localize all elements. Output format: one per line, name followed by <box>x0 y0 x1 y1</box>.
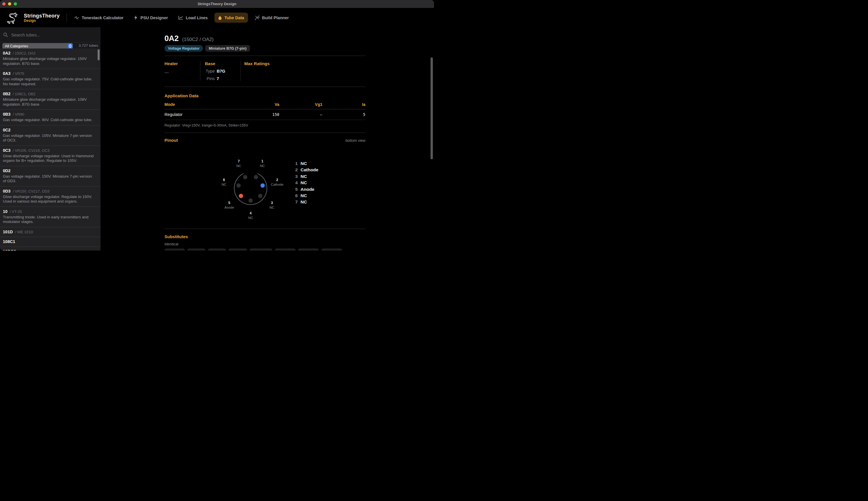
search-icon <box>3 32 8 37</box>
pinout-diagram: 1 NC2 Cathode3 NC4 NC5 Anode6 NC7 NC 1 N… <box>165 142 366 226</box>
tube-list-item-0B2[interactable]: 0B2/ 108C1, OB2Miniature glow discharge … <box>0 89 100 110</box>
substitute-chip-CV8161[interactable]: CV8161 <box>321 248 342 250</box>
tube-item-alias: / VR90 <box>13 112 24 117</box>
nav-item-build-planner[interactable]: Build Planner <box>251 13 293 23</box>
tube-list-item-101D[interactable]: 101D/ WE 101D <box>0 227 100 237</box>
pin-1-label: 1 NC <box>252 159 272 168</box>
circuit-s-logo-icon <box>7 12 18 24</box>
nav-item-psu-designer[interactable]: PSU Designer <box>130 13 172 23</box>
tools-icon <box>255 15 260 20</box>
pin-6-label: 6 NC <box>214 178 234 186</box>
tube-list: 0A2/ 150C2, OA2Miniature glow discharge … <box>0 49 100 250</box>
tube-list-item-10BQ5[interactable]: 10BQ5Power pentode. 10V heater version o… <box>0 247 100 251</box>
app-column-header-va: Va <box>236 102 279 107</box>
substitute-chip-CV2903[interactable]: CV2903 <box>298 248 319 250</box>
app-cell: 150 <box>236 112 279 117</box>
tube-badges: Voltage RegulatorMiniature B7G (7-pin) <box>165 45 366 52</box>
pin-name: NC <box>241 216 261 220</box>
legend-pin-number: 2 <box>294 167 298 173</box>
legend-pin-number: 3 <box>294 173 298 180</box>
pinout-view-label: bottom view <box>346 138 366 142</box>
app-cell: — <box>279 112 322 117</box>
minimize-window-button[interactable] <box>8 2 11 6</box>
spec-value: 7 <box>217 76 219 81</box>
pin-6-dot <box>236 183 241 188</box>
substitute-chip-150C1[interactable]: 150C1 <box>187 248 205 250</box>
sidebar-scrollbar-thumb[interactable] <box>98 49 99 60</box>
nav-item-label: Tube Data <box>224 15 244 20</box>
tube-item-description: Gas voltage regulator. 90V. Cold-cathode… <box>3 118 94 122</box>
nav-item-tonestack-calculator[interactable]: Tonestack Calculator <box>70 13 127 23</box>
pin-number: 6 <box>214 178 234 182</box>
tube-item-name: 0D2 <box>3 169 11 173</box>
pin-legend-row-3: 3 NC <box>294 173 318 180</box>
zoom-window-button[interactable] <box>14 2 17 6</box>
tube-list-item-0C2[interactable]: 0C2Gas voltage regulator. 105V. Miniatur… <box>0 125 100 146</box>
close-window-button[interactable] <box>2 2 6 6</box>
tube-list-item-108C1[interactable]: 108C1 <box>0 237 100 247</box>
app-column-header-ia: Ia <box>322 102 366 107</box>
pinout-heading: Pinout <box>165 138 178 142</box>
legend-pin-number: 1 <box>294 160 298 167</box>
app-brand[interactable]: StringsTheory Design <box>7 12 60 24</box>
pin-5-dot <box>239 194 243 198</box>
badge-miniature-b7g-7-pin-: Miniature B7G (7-pin) <box>205 45 250 52</box>
pin-name: Anode <box>219 205 240 210</box>
substitute-chip-150C2[interactable]: 150C2 <box>208 248 226 250</box>
tube-item-name: 0A2 <box>3 51 11 55</box>
tube-item-description: Glow discharge voltage regulator. Regula… <box>3 194 94 204</box>
base-heading: Base <box>205 61 236 66</box>
spec-label: Type <box>205 69 215 73</box>
legend-pin-number: 4 <box>294 180 298 186</box>
max-ratings-column: Max Ratings <box>241 61 366 81</box>
substitute-chip-11TA31[interactable]: 11TA31 <box>165 248 185 250</box>
tube-item-name: 10 <box>3 209 8 214</box>
legend-pin-number: 7 <box>294 199 298 205</box>
main-scrollbar-thumb[interactable] <box>431 57 433 159</box>
pin-legend-row-5: 5 Anode <box>294 186 318 193</box>
tube-list-item-0D2[interactable]: 0D2Gas voltage regulator. 150V. Miniatur… <box>0 166 100 186</box>
pin-name: NC <box>252 164 272 168</box>
pin-number: 3 <box>262 201 282 205</box>
badge-voltage-regulator: Voltage Regulator <box>165 45 203 52</box>
brand-subtitle: Design <box>24 19 60 23</box>
pin-name: NC <box>214 182 234 186</box>
nav-item-label: Build Planner <box>262 15 289 20</box>
substitute-chip-CV1832[interactable]: CV1832 <box>275 248 296 250</box>
spec-label: Pins <box>205 76 215 81</box>
application-note: Regulator: Vreg=150V, Irange=5-30mA, Str… <box>165 124 366 127</box>
legend-pin-number: 5 <box>294 186 298 193</box>
tube-item-description: Miniature glow discharge voltage regulat… <box>3 56 94 66</box>
tube-list-item-0A2[interactable]: 0A2/ 150C2, OA2Miniature glow discharge … <box>0 49 100 69</box>
substitute-chip-CV10664[interactable]: CV10664 <box>250 248 272 250</box>
tube-list-item-0D3[interactable]: 0D3/ VR150, CV217, OD3Glow discharge vol… <box>0 186 100 207</box>
tube-item-alias: / VR105, CV216, OC3 <box>13 148 50 153</box>
tube-list-item-0C3[interactable]: 0C3/ VR105, CV216, OC3Glow discharge vol… <box>0 146 100 166</box>
nav-item-tube-data[interactable]: Tube Data <box>214 13 248 23</box>
base-spec-column: Base Type B7GPins 7 <box>200 61 241 81</box>
category-select[interactable]: All Categories <box>2 43 73 49</box>
legend-pin-name: Cathode <box>300 167 318 173</box>
substitute-chips: 11TA31150C1150C2150C4CV10664CV1832CV2903… <box>165 248 352 250</box>
tube-list-item-10[interactable]: 10/ VT-25Transmitting triode. Used in ea… <box>0 207 100 227</box>
substitutes-heading: Substitutes <box>165 234 366 239</box>
tube-item-description: Glow discharge voltage regulator. Used i… <box>3 154 94 163</box>
search-input[interactable] <box>11 32 100 38</box>
substitute-chip-150C4[interactable]: 150C4 <box>229 248 247 250</box>
pin-1-dot <box>254 175 258 179</box>
app-column-header-mode: Mode <box>165 102 236 107</box>
nav-item-load-lines[interactable]: Load Lines <box>174 13 212 23</box>
window-title: StringsTheory Design <box>198 2 236 6</box>
tube-list-item-0B3[interactable]: 0B3/ VR90Gas voltage regulator. 90V. Col… <box>0 110 100 125</box>
tube-item-name: 0B2 <box>3 92 11 96</box>
app-column-header-vg1: Vg1 <box>279 102 322 107</box>
tube-item-name: 0C2 <box>3 128 11 132</box>
pin-7-label: 7 NC <box>229 159 249 168</box>
tube-item-alias: / VR150, CV217, OD3 <box>13 189 50 193</box>
tube-list-item-0A3[interactable]: 0A3/ VR75Gas voltage regulator. 75V. Col… <box>0 69 100 89</box>
traffic-lights <box>2 0 17 8</box>
nav-items: Tonestack CalculatorPSU DesignerLoad Lin… <box>70 13 293 23</box>
pin-legend-row-2: 2 Cathode <box>294 167 318 173</box>
pin-2-label: 2 Cathode <box>267 178 287 186</box>
pin-4-label: 4 NC <box>241 211 261 220</box>
